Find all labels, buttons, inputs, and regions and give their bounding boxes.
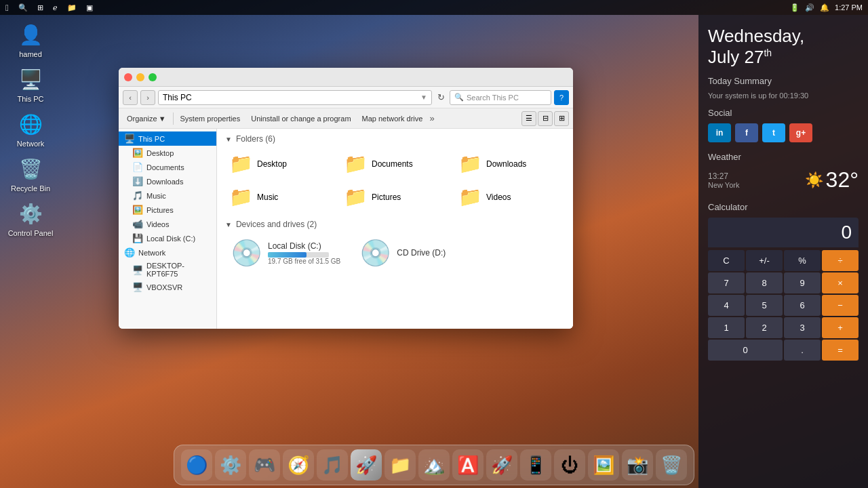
folder-music[interactable]: 📁 Music bbox=[225, 182, 336, 211]
dock-settings[interactable]: ⚙️ bbox=[215, 449, 246, 481]
desktop-icon-recycle-bin[interactable]: 🗑️ Recycle Bin bbox=[7, 155, 54, 192]
calc-7[interactable]: 7 bbox=[708, 272, 745, 293]
linkedin-button[interactable]: in bbox=[708, 123, 731, 142]
close-button[interactable] bbox=[124, 73, 132, 81]
organize-button[interactable]: Organize ▼ bbox=[123, 113, 170, 124]
calc-9[interactable]: 9 bbox=[784, 272, 821, 293]
network-icon: 🌐 bbox=[16, 110, 45, 138]
dock-trash[interactable]: 🗑️ bbox=[656, 449, 687, 481]
dock-rocket[interactable]: 🚀 bbox=[486, 449, 517, 481]
finder-menu[interactable]: 🔍 bbox=[18, 3, 28, 12]
calc-dot[interactable]: . bbox=[784, 340, 821, 361]
sidebar-item-pictures[interactable]: 🖼️ Pictures bbox=[119, 203, 216, 217]
drive-cd-d[interactable]: 💿 CD Drive (D:) bbox=[354, 235, 451, 271]
apple-icon[interactable]:  bbox=[5, 3, 9, 13]
calculator-display: 0 bbox=[708, 218, 859, 247]
search-box[interactable]: 🔍 Search This PC bbox=[450, 90, 551, 105]
dock-launchpad[interactable]: 🚀 bbox=[351, 449, 382, 481]
calc-4[interactable]: 4 bbox=[708, 295, 745, 316]
toolbar-more-button[interactable]: » bbox=[429, 113, 434, 123]
sidebar-item-desktop-kpt[interactable]: 🖥️ DESKTOP-KPT6F75 bbox=[119, 260, 216, 280]
folder-icon[interactable]: 📁 bbox=[67, 3, 77, 12]
calc-plusminus[interactable]: +/- bbox=[746, 250, 783, 271]
sidebar-item-documents[interactable]: 📄 Documents bbox=[119, 160, 216, 174]
dock-itunes[interactable]: 🎵 bbox=[317, 449, 348, 481]
map-drive-button[interactable]: Map network drive bbox=[358, 113, 427, 124]
sidebar-item-music[interactable]: 🎵 Music bbox=[119, 188, 216, 203]
sidebar-item-downloads[interactable]: ⬇️ Downloads bbox=[119, 174, 216, 188]
sidebar-item-this-pc[interactable]: 🖥️ This PC bbox=[119, 131, 216, 146]
view-list-button[interactable]: ☰ bbox=[521, 111, 536, 126]
sidebar-item-videos[interactable]: 📹 Videos bbox=[119, 217, 216, 231]
folder-videos-icon: 📁 bbox=[458, 186, 482, 208]
drives-chevron: ▼ bbox=[225, 221, 232, 228]
weather-right: ☀️ 32° bbox=[805, 167, 859, 192]
dock-files[interactable]: 📁 bbox=[384, 449, 416, 481]
folder-videos[interactable]: 📁 Videos bbox=[454, 182, 565, 211]
pictures-sidebar-label: Pictures bbox=[146, 206, 174, 214]
calc-8[interactable]: 8 bbox=[746, 272, 783, 293]
system-properties-button[interactable]: System properties bbox=[176, 113, 245, 124]
view-toggle-button[interactable]: ⊟ bbox=[538, 111, 553, 126]
calc-6[interactable]: 6 bbox=[784, 295, 821, 316]
sidebar-item-vboxsvr[interactable]: 🖥️ VBOXSVR bbox=[119, 280, 216, 294]
help-button[interactable]: ? bbox=[554, 90, 569, 105]
calc-percent[interactable]: % bbox=[784, 250, 821, 271]
dock-power[interactable]: ⏻ bbox=[554, 449, 585, 481]
mission-control-icon[interactable]: ⊞ bbox=[37, 3, 43, 12]
folder-desktop[interactable]: 📁 Desktop bbox=[225, 149, 336, 178]
folder-pictures[interactable]: 📁 Pictures bbox=[340, 182, 450, 211]
uninstall-button[interactable]: Uninstall or change a program bbox=[247, 113, 355, 124]
desktop-icon-user[interactable]: 👤 hamed bbox=[7, 20, 54, 58]
desktop-icon-this-pc[interactable]: 🖥️ This PC bbox=[7, 65, 54, 103]
calc-1[interactable]: 1 bbox=[708, 317, 745, 338]
desktop-icon-network[interactable]: 🌐 Network bbox=[7, 110, 54, 148]
back-button[interactable]: ‹ bbox=[123, 90, 138, 105]
address-input[interactable]: This PC ▼ bbox=[158, 90, 432, 105]
desktop-icon-control-panel[interactable]: ⚙️ Control Panel bbox=[7, 199, 54, 237]
drives-list: 💿 Local Disk (C:) 19.7 GB free of 31.5 G… bbox=[225, 235, 565, 271]
calc-2[interactable]: 2 bbox=[746, 317, 783, 338]
calc-multiply[interactable]: × bbox=[822, 272, 859, 293]
calc-minus[interactable]: − bbox=[822, 295, 859, 316]
folder-music-icon: 📁 bbox=[229, 186, 253, 208]
drive-local-disk-c[interactable]: 💿 Local Disk (C:) 19.7 GB free of 31.5 G… bbox=[225, 235, 346, 271]
today-summary-text: Your system is up for 00:19:30 bbox=[708, 92, 859, 100]
dock-photos[interactable]: 📸 bbox=[622, 449, 653, 481]
ie-icon[interactable]: ℯ bbox=[53, 3, 58, 12]
drives-section-header[interactable]: ▼ Devices and drives (2) bbox=[225, 220, 565, 229]
calc-plus[interactable]: + bbox=[822, 317, 859, 338]
dock-appstore2[interactable]: 📱 bbox=[520, 449, 551, 481]
folder-documents[interactable]: 📁 Documents bbox=[340, 149, 450, 178]
sidebar-item-local-disk[interactable]: 💾 Local Disk (C:) bbox=[119, 231, 216, 245]
minimize-button[interactable] bbox=[136, 73, 144, 81]
dock-app-launcher[interactable]: 🅰️ bbox=[452, 449, 484, 481]
forward-button[interactable]: › bbox=[140, 90, 155, 105]
google-plus-button[interactable]: g+ bbox=[789, 123, 812, 142]
dock-preview[interactable]: 🖼️ bbox=[588, 449, 619, 481]
folder-downloads[interactable]: 📁 Downloads bbox=[454, 149, 565, 178]
drive-d-name: CD Drive (D:) bbox=[397, 248, 446, 258]
calc-5[interactable]: 5 bbox=[746, 295, 783, 316]
sidebar-item-network[interactable]: 🌐 Network bbox=[119, 245, 216, 260]
calc-c[interactable]: C bbox=[708, 250, 745, 271]
desktop-sidebar-icon: 🖼️ bbox=[132, 148, 143, 158]
calc-0[interactable]: 0 bbox=[708, 340, 783, 361]
maximize-button[interactable] bbox=[149, 73, 157, 81]
view-panel-button[interactable]: ⊞ bbox=[554, 111, 569, 126]
dock-game-center[interactable]: 🎮 bbox=[249, 449, 280, 481]
dock-macos[interactable]: 🏔️ bbox=[418, 449, 450, 481]
calc-3[interactable]: 3 bbox=[784, 317, 821, 338]
folders-section-header[interactable]: ▼ Folders (6) bbox=[225, 134, 565, 144]
app-icon[interactable]: ▣ bbox=[86, 3, 93, 12]
address-dropdown-icon[interactable]: ▼ bbox=[420, 94, 427, 101]
dock-finder[interactable]: 🔵 bbox=[181, 449, 212, 481]
sidebar-item-desktop[interactable]: 🖼️ Desktop bbox=[119, 146, 216, 160]
facebook-button[interactable]: f bbox=[735, 123, 758, 142]
calc-divide[interactable]: ÷ bbox=[822, 250, 859, 271]
refresh-button[interactable]: ↻ bbox=[435, 92, 447, 102]
twitter-button[interactable]: t bbox=[762, 123, 785, 142]
calc-equals[interactable]: = bbox=[822, 340, 859, 361]
videos-sidebar-label: Videos bbox=[146, 220, 169, 228]
dock-safari[interactable]: 🧭 bbox=[283, 449, 314, 481]
